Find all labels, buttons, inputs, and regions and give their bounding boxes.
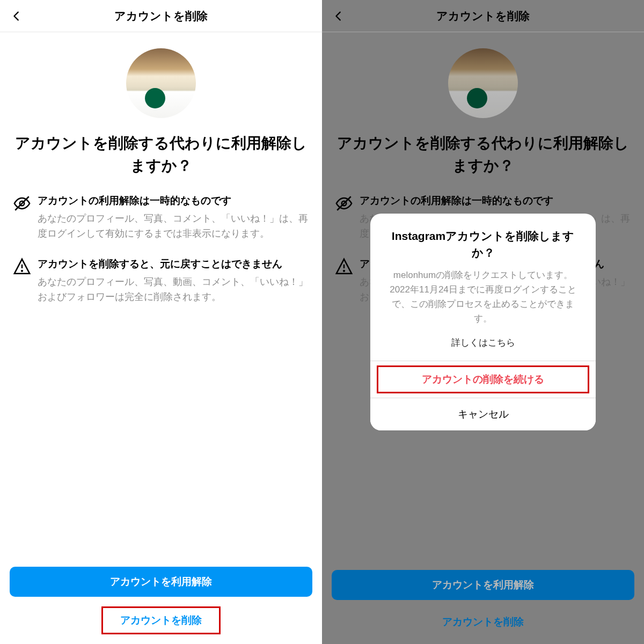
eye-off-icon (13, 193, 38, 241)
info-body: あなたのプロフィール、写真、コメント、「いいね！」は、再度ログインして有効にする… (38, 211, 309, 242)
warning-icon (13, 257, 38, 305)
svg-point-3 (21, 270, 23, 272)
page-title: アカウントを削除 (0, 9, 322, 24)
learn-more-link[interactable]: 詳しくはこちら (370, 334, 596, 361)
continue-delete-button[interactable]: アカウントの削除を続ける (377, 365, 589, 393)
avatar (126, 48, 196, 118)
footer-actions: アカウントを利用解除 アカウントを削除 (0, 557, 322, 644)
back-button[interactable] (9, 8, 25, 24)
modal-body: melonhumの削除をリクエストしています。2022年11月24日までに再度ロ… (370, 268, 596, 335)
screen-delete-confirm: アカウントを削除 アカウントを削除する代わりに利用解除しますか？ アカウントの利… (322, 0, 644, 644)
deactivate-button[interactable]: アカウントを利用解除 (10, 567, 312, 597)
delete-button[interactable]: アカウントを削除 (101, 606, 221, 634)
header: アカウントを削除 (0, 0, 322, 32)
confirm-delete-modal: Instagramアカウントを削除しますか？ melonhumの削除をリクエスト… (370, 214, 596, 431)
cancel-button[interactable]: キャンセル (370, 398, 596, 430)
info-title: アカウントの利用解除は一時的なものです (38, 193, 309, 209)
screen-delete-account: アカウントを削除 アカウントを削除する代わりに利用解除しますか？ アカウントの利… (0, 0, 322, 644)
modal-backdrop[interactable]: Instagramアカウントを削除しますか？ melonhumの削除をリクエスト… (322, 0, 644, 644)
headline: アカウントを削除する代わりに利用解除しますか？ (13, 132, 309, 177)
info-body: あなたのプロフィール、写真、動画、コメント、「いいね！」およびフォロワーは完全に… (38, 274, 309, 305)
main-content: アカウントを削除する代わりに利用解除しますか？ アカウントの利用解除は一時的なも… (0, 32, 322, 557)
modal-title: Instagramアカウントを削除しますか？ (370, 214, 596, 268)
divider (370, 361, 596, 361)
info-delete: アカウントを削除すると、元に戻すことはできません あなたのプロフィール、写真、動… (13, 257, 309, 305)
info-title: アカウントを削除すると、元に戻すことはできません (38, 257, 309, 272)
info-deactivate: アカウントの利用解除は一時的なものです あなたのプロフィール、写真、コメント、「… (13, 193, 309, 241)
